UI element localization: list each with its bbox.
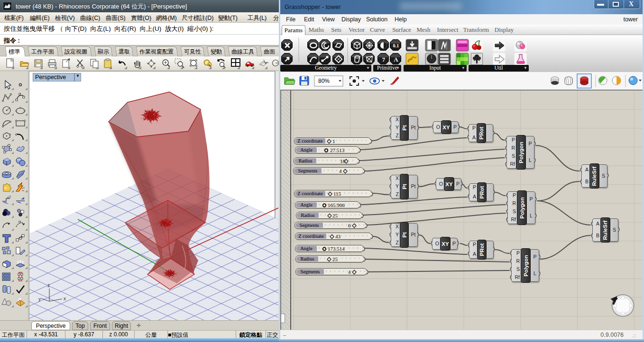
svg-text:A: A — [394, 56, 398, 63]
svg-text:80%: 80% — [318, 78, 330, 84]
svg-text:0.1: 0.1 — [393, 43, 399, 48]
svg-text:7: 7 — [382, 56, 386, 63]
svg-text:z: z — [47, 283, 50, 288]
svg-text:x: x — [64, 296, 66, 301]
svg-text:y: y — [38, 297, 41, 302]
